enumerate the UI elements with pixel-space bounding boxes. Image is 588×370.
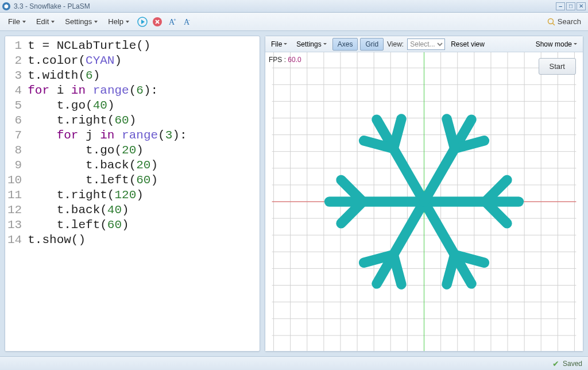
line-number: 10 [7, 173, 24, 188]
menu-settings-label: Settings [65, 17, 92, 26]
menu-help[interactable]: Help [103, 15, 134, 28]
start-button[interactable]: Start [539, 58, 576, 75]
code-line[interactable]: t = NCLabTurtle() [28, 38, 255, 53]
menu-file-label: File [8, 17, 20, 26]
close-button[interactable]: ✕ [577, 2, 586, 10]
search-button[interactable]: Search [544, 15, 585, 28]
fps-readout: FPS : 60.0 [269, 56, 301, 64]
code-line[interactable]: for j in range(3): [28, 128, 255, 143]
code-line[interactable]: t.go(40) [28, 98, 255, 113]
line-number: 1 [7, 38, 24, 53]
code-line[interactable]: t.show() [28, 233, 255, 248]
caret-down-icon [323, 43, 327, 45]
menu-edit-label: Edit [36, 17, 49, 26]
line-number: 9 [7, 158, 24, 173]
minimize-button[interactable]: ‒ [556, 2, 565, 10]
svg-point-9 [548, 18, 553, 24]
caret-down-icon [574, 43, 577, 45]
line-number: 11 [7, 188, 24, 203]
font-decrease-icon: A- [182, 17, 192, 27]
axes-toggle[interactable]: Axes [332, 38, 358, 51]
menu-file[interactable]: File [3, 15, 30, 28]
code-line[interactable]: for i in range(6): [28, 83, 255, 98]
line-number: 6 [7, 113, 24, 128]
line-number: 7 [7, 128, 24, 143]
menubar: File Edit Settings Help A+ A- Search [0, 13, 588, 31]
line-number: 14 [7, 233, 24, 248]
font-increase-button[interactable]: A+ [166, 16, 179, 28]
svg-line-66 [447, 119, 455, 149]
line-number: 4 [7, 83, 24, 98]
caret-down-icon [126, 21, 129, 23]
line-number: 13 [7, 218, 24, 233]
caret-down-icon [51, 21, 55, 23]
line-number: 5 [7, 98, 24, 113]
viewer-file-label: File [271, 40, 282, 48]
svg-text:+: + [173, 17, 176, 22]
viewer-menu-settings[interactable]: Settings [293, 38, 330, 50]
caret-down-icon [22, 21, 26, 23]
code-area[interactable]: t = NCLabTurtle()t.color(CYAN)t.width(6)… [28, 36, 260, 351]
code-line[interactable]: t.color(CYAN) [28, 53, 255, 68]
statusbar: ✔ Saved [0, 356, 588, 370]
reset-view-button[interactable]: Reset view [447, 38, 488, 50]
titlebar: ⬢ 3.3 - Snowflake - PLaSM ‒ □ ✕ [0, 0, 588, 13]
fps-label: FPS : [269, 56, 286, 64]
code-line[interactable]: t.back(20) [28, 158, 255, 173]
viewer-toolbar: File Settings Axes Grid View: Select... … [265, 36, 583, 52]
menu-edit[interactable]: Edit [32, 15, 59, 28]
code-line[interactable]: t.right(120) [28, 188, 255, 203]
search-icon [547, 18, 555, 26]
code-line[interactable]: t.left(60) [28, 218, 255, 233]
viewer-menu-file[interactable]: File [268, 38, 291, 50]
reset-view-label: Reset view [451, 40, 485, 48]
svg-line-10 [552, 23, 555, 25]
code-editor[interactable]: 1234567891011121314 t = NCLabTurtle()t.c… [5, 36, 260, 352]
code-line[interactable]: t.left(60) [28, 173, 255, 188]
caret-down-icon [284, 43, 287, 45]
search-label: Search [558, 17, 581, 26]
menu-settings[interactable]: Settings [60, 15, 102, 28]
code-line[interactable]: t.back(40) [28, 203, 255, 218]
line-number: 8 [7, 143, 24, 158]
view-select[interactable]: Select... [407, 38, 445, 50]
svg-marker-1 [141, 20, 145, 24]
status-saved: Saved [563, 360, 582, 368]
font-decrease-button[interactable]: A- [181, 16, 194, 28]
font-increase-icon: A+ [167, 17, 177, 27]
code-line[interactable]: t.width(6) [28, 68, 255, 83]
fps-value: 60.0 [288, 56, 301, 64]
line-number: 2 [7, 53, 24, 68]
app-icon: ⬢ [2, 2, 10, 10]
window-title: 3.3 - Snowflake - PLaSM [14, 2, 556, 10]
line-gutter: 1234567891011121314 [5, 36, 28, 351]
menu-help-label: Help [108, 17, 123, 26]
stop-button[interactable] [151, 16, 164, 28]
stop-icon [152, 17, 163, 27]
workspace: 1234567891011121314 t = NCLabTurtle()t.c… [0, 31, 588, 356]
svg-text:-: - [188, 17, 190, 22]
show-mode-menu[interactable]: Show mode [532, 38, 581, 50]
view-label: View: [386, 40, 405, 48]
viewer-panel: File Settings Axes Grid View: Select... … [265, 36, 583, 352]
scene-svg [265, 52, 583, 351]
run-button[interactable] [136, 16, 149, 28]
show-mode-label: Show mode [536, 40, 572, 48]
svg-line-57 [393, 255, 401, 284]
viewer-canvas[interactable]: FPS : 60.0 Start [265, 52, 583, 351]
caret-down-icon [94, 21, 98, 23]
maximize-button[interactable]: □ [566, 2, 575, 10]
code-line[interactable]: t.right(60) [28, 113, 255, 128]
grid-toggle[interactable]: Grid [360, 38, 384, 51]
check-icon: ✔ [552, 359, 559, 368]
line-number: 3 [7, 68, 24, 83]
viewer-settings-label: Settings [296, 40, 321, 48]
line-number: 12 [7, 203, 24, 218]
play-icon [137, 17, 148, 27]
code-line[interactable]: t.go(20) [28, 143, 255, 158]
